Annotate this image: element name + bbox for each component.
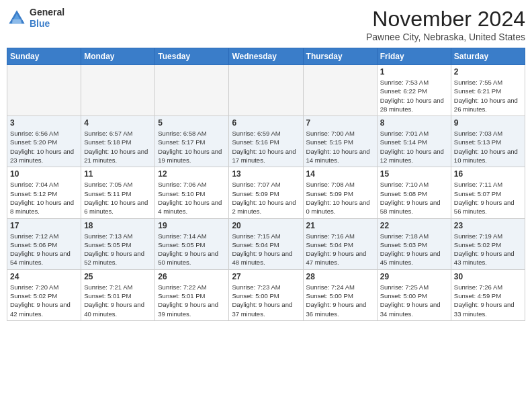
calendar-cell: 26Sunrise: 7:22 AM Sunset: 5:01 PM Dayli… [155, 269, 229, 320]
calendar-cell: 14Sunrise: 7:08 AM Sunset: 5:09 PM Dayli… [303, 167, 377, 218]
day-info: Sunrise: 7:08 AM Sunset: 5:09 PM Dayligh… [306, 180, 374, 216]
day-info: Sunrise: 6:56 AM Sunset: 5:20 PM Dayligh… [10, 129, 78, 165]
calendar-body: 1Sunrise: 7:53 AM Sunset: 6:22 PM Daylig… [7, 65, 525, 321]
calendar-cell [7, 65, 81, 116]
logo-general: General [30, 7, 64, 17]
calendar-cell: 7Sunrise: 7:00 AM Sunset: 5:15 PM Daylig… [303, 116, 377, 167]
calendar-cell [81, 65, 155, 116]
day-info: Sunrise: 7:05 AM Sunset: 5:11 PM Dayligh… [84, 180, 152, 216]
day-number: 30 [454, 272, 522, 281]
weekday-header-row: SundayMondayTuesdayWednesdayThursdayFrid… [7, 48, 525, 65]
calendar-cell: 18Sunrise: 7:13 AM Sunset: 5:05 PM Dayli… [81, 218, 155, 269]
day-number: 20 [232, 221, 300, 230]
day-info: Sunrise: 7:26 AM Sunset: 4:59 PM Dayligh… [454, 283, 522, 318]
day-info: Sunrise: 7:20 AM Sunset: 5:02 PM Dayligh… [10, 283, 78, 318]
calendar-cell: 29Sunrise: 7:25 AM Sunset: 5:00 PM Dayli… [377, 269, 451, 320]
calendar-cell: 2Sunrise: 7:55 AM Sunset: 6:21 PM Daylig… [451, 65, 525, 116]
day-info: Sunrise: 7:07 AM Sunset: 5:09 PM Dayligh… [232, 180, 300, 216]
logo-blue: Blue [30, 18, 50, 29]
calendar-cell: 24Sunrise: 7:20 AM Sunset: 5:02 PM Dayli… [7, 269, 81, 320]
calendar-cell: 4Sunrise: 6:57 AM Sunset: 5:18 PM Daylig… [81, 116, 155, 167]
logo-icon [7, 8, 27, 28]
calendar-week-2: 3Sunrise: 6:56 AM Sunset: 5:20 PM Daylig… [7, 116, 525, 167]
calendar-cell: 16Sunrise: 7:11 AM Sunset: 5:07 PM Dayli… [451, 167, 525, 218]
weekday-header-monday: Monday [81, 48, 155, 65]
day-info: Sunrise: 7:00 AM Sunset: 5:15 PM Dayligh… [306, 129, 374, 165]
calendar-cell: 13Sunrise: 7:07 AM Sunset: 5:09 PM Dayli… [229, 167, 303, 218]
calendar-cell: 1Sunrise: 7:53 AM Sunset: 6:22 PM Daylig… [377, 65, 451, 116]
calendar-week-5: 24Sunrise: 7:20 AM Sunset: 5:02 PM Dayli… [7, 269, 525, 320]
calendar-cell: 3Sunrise: 6:56 AM Sunset: 5:20 PM Daylig… [7, 116, 81, 167]
day-number: 4 [84, 118, 152, 128]
day-number: 10 [10, 169, 78, 179]
day-info: Sunrise: 7:16 AM Sunset: 5:04 PM Dayligh… [306, 232, 374, 267]
page-header: General Blue November 2024 Pawnee City, … [7, 7, 525, 42]
day-info: Sunrise: 7:22 AM Sunset: 5:01 PM Dayligh… [158, 283, 226, 318]
day-info: Sunrise: 7:06 AM Sunset: 5:10 PM Dayligh… [158, 180, 226, 216]
day-number: 1 [380, 67, 448, 77]
day-number: 22 [380, 221, 448, 230]
day-number: 29 [380, 272, 448, 281]
day-info: Sunrise: 7:55 AM Sunset: 6:21 PM Dayligh… [454, 78, 522, 113]
day-number: 3 [10, 118, 78, 128]
svg-rect-2 [12, 19, 21, 24]
day-number: 9 [454, 118, 522, 128]
weekday-header-thursday: Thursday [303, 48, 377, 65]
day-info: Sunrise: 7:13 AM Sunset: 5:05 PM Dayligh… [84, 232, 152, 267]
calendar-cell: 15Sunrise: 7:10 AM Sunset: 5:08 PM Dayli… [377, 167, 451, 218]
calendar-cell: 5Sunrise: 6:58 AM Sunset: 5:17 PM Daylig… [155, 116, 229, 167]
day-info: Sunrise: 6:59 AM Sunset: 5:16 PM Dayligh… [232, 129, 300, 165]
calendar-cell: 23Sunrise: 7:19 AM Sunset: 5:02 PM Dayli… [451, 218, 525, 269]
calendar-cell: 9Sunrise: 7:03 AM Sunset: 5:13 PM Daylig… [451, 116, 525, 167]
calendar-cell [155, 65, 229, 116]
calendar-cell: 28Sunrise: 7:24 AM Sunset: 5:00 PM Dayli… [303, 269, 377, 320]
weekday-header-tuesday: Tuesday [155, 48, 229, 65]
day-info: Sunrise: 7:53 AM Sunset: 6:22 PM Dayligh… [380, 78, 448, 113]
calendar-cell: 20Sunrise: 7:15 AM Sunset: 5:04 PM Dayli… [229, 218, 303, 269]
day-number: 8 [380, 118, 448, 128]
day-number: 21 [306, 221, 374, 230]
calendar-cell: 22Sunrise: 7:18 AM Sunset: 5:03 PM Dayli… [377, 218, 451, 269]
calendar-cell: 27Sunrise: 7:23 AM Sunset: 5:00 PM Dayli… [229, 269, 303, 320]
calendar-cell: 10Sunrise: 7:04 AM Sunset: 5:12 PM Dayli… [7, 167, 81, 218]
calendar-cell: 12Sunrise: 7:06 AM Sunset: 5:10 PM Dayli… [155, 167, 229, 218]
day-number: 25 [84, 272, 152, 281]
day-info: Sunrise: 7:25 AM Sunset: 5:00 PM Dayligh… [380, 283, 448, 318]
logo-text: General Blue [30, 7, 64, 30]
calendar-cell: 21Sunrise: 7:16 AM Sunset: 5:04 PM Dayli… [303, 218, 377, 269]
day-number: 26 [158, 272, 226, 281]
weekday-header-saturday: Saturday [451, 48, 525, 65]
day-number: 27 [232, 272, 300, 281]
day-number: 7 [306, 118, 374, 128]
calendar-cell: 25Sunrise: 7:21 AM Sunset: 5:01 PM Dayli… [81, 269, 155, 320]
month-title: November 2024 [366, 7, 525, 32]
day-info: Sunrise: 7:10 AM Sunset: 5:08 PM Dayligh… [380, 180, 448, 216]
day-info: Sunrise: 7:12 AM Sunset: 5:06 PM Dayligh… [10, 232, 78, 267]
day-number: 14 [306, 169, 374, 179]
weekday-header-wednesday: Wednesday [229, 48, 303, 65]
calendar-cell: 6Sunrise: 6:59 AM Sunset: 5:16 PM Daylig… [229, 116, 303, 167]
day-number: 11 [84, 169, 152, 179]
day-number: 6 [232, 118, 300, 128]
calendar-cell: 11Sunrise: 7:05 AM Sunset: 5:11 PM Dayli… [81, 167, 155, 218]
calendar-week-1: 1Sunrise: 7:53 AM Sunset: 6:22 PM Daylig… [7, 65, 525, 116]
day-info: Sunrise: 7:23 AM Sunset: 5:00 PM Dayligh… [232, 283, 300, 318]
day-info: Sunrise: 7:03 AM Sunset: 5:13 PM Dayligh… [454, 129, 522, 165]
weekday-header-friday: Friday [377, 48, 451, 65]
day-info: Sunrise: 7:19 AM Sunset: 5:02 PM Dayligh… [454, 232, 522, 267]
day-number: 19 [158, 221, 226, 230]
day-info: Sunrise: 7:18 AM Sunset: 5:03 PM Dayligh… [380, 232, 448, 267]
day-number: 15 [380, 169, 448, 179]
day-number: 18 [84, 221, 152, 230]
day-number: 23 [454, 221, 522, 230]
day-number: 16 [454, 169, 522, 179]
day-info: Sunrise: 7:04 AM Sunset: 5:12 PM Dayligh… [10, 180, 78, 216]
calendar-week-3: 10Sunrise: 7:04 AM Sunset: 5:12 PM Dayli… [7, 167, 525, 218]
day-info: Sunrise: 7:01 AM Sunset: 5:14 PM Dayligh… [380, 129, 448, 165]
logo: General Blue [7, 7, 64, 30]
day-number: 2 [454, 67, 522, 77]
day-info: Sunrise: 6:58 AM Sunset: 5:17 PM Dayligh… [158, 129, 226, 165]
day-number: 13 [232, 169, 300, 179]
calendar-cell: 19Sunrise: 7:14 AM Sunset: 5:05 PM Dayli… [155, 218, 229, 269]
calendar-cell: 8Sunrise: 7:01 AM Sunset: 5:14 PM Daylig… [377, 116, 451, 167]
